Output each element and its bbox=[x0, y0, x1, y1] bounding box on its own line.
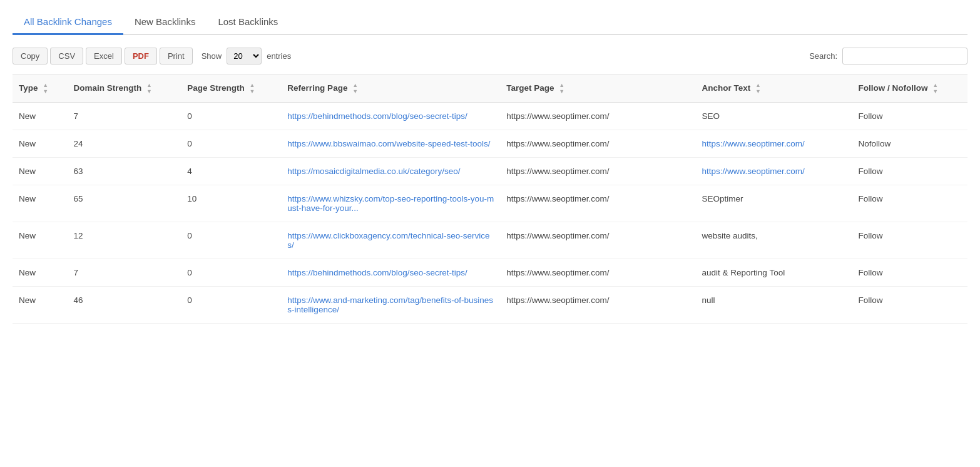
cell-follow: Follow bbox=[852, 259, 967, 287]
cell-referring-page[interactable]: https://www.bbswaimao.com/website-speed-… bbox=[281, 130, 500, 158]
search-input[interactable] bbox=[842, 48, 967, 64]
cell-follow: Follow bbox=[852, 185, 967, 222]
table-row: New 65 10 https://www.whizsky.com/top-se… bbox=[13, 185, 967, 222]
referring-page-link[interactable]: https://www.bbswaimao.com/website-speed-… bbox=[287, 139, 490, 148]
cell-type: New bbox=[13, 287, 67, 324]
table-row: New 7 0 https://behindmethods.com/blog/s… bbox=[13, 103, 967, 130]
col-header-referring-page[interactable]: Referring Page ▲▼ bbox=[281, 75, 500, 103]
search-label: Search: bbox=[809, 51, 837, 61]
col-header-domain-strength[interactable]: Domain Strength ▲▼ bbox=[67, 75, 181, 103]
table-header-row: Type ▲▼ Domain Strength ▲▼ Page Strength… bbox=[13, 75, 967, 103]
referring-page-link[interactable]: https://behindmethods.com/blog/seo-secre… bbox=[287, 268, 467, 277]
cell-target-page: https://www.seoptimer.com/ bbox=[500, 130, 695, 158]
cell-anchor-text: SEO bbox=[696, 103, 852, 130]
cell-referring-page[interactable]: https://www.whizsky.com/top-seo-reportin… bbox=[281, 185, 500, 222]
cell-anchor-text: https://www.seoptimer.com/ bbox=[696, 158, 852, 185]
entries-text: entries bbox=[267, 51, 291, 61]
cell-referring-page[interactable]: https://www.and-marketing.com/tag/benefi… bbox=[281, 287, 500, 324]
print-button[interactable]: Print bbox=[160, 48, 193, 64]
cell-anchor-text: https://www.seoptimer.com/ bbox=[696, 130, 852, 158]
cell-anchor-text: SEOptimer bbox=[696, 185, 852, 222]
cell-follow: Nofollow bbox=[852, 130, 967, 158]
cell-target-page: https://www.seoptimer.com/ bbox=[500, 103, 695, 130]
cell-domain-strength: 46 bbox=[67, 287, 181, 324]
tabs-container: All Backlink Changes New Backlinks Lost … bbox=[13, 10, 967, 35]
table-row: New 46 0 https://www.and-marketing.com/t… bbox=[13, 287, 967, 324]
referring-page-link[interactable]: https://mosaicdigitalmedia.co.uk/categor… bbox=[287, 167, 460, 176]
cell-follow: Follow bbox=[852, 158, 967, 185]
cell-target-page: https://www.seoptimer.com/ bbox=[500, 287, 695, 324]
cell-referring-page[interactable]: https://mosaicdigitalmedia.co.uk/categor… bbox=[281, 158, 500, 185]
cell-domain-strength: 7 bbox=[67, 103, 181, 130]
cell-type: New bbox=[13, 130, 67, 158]
tab-new-backlinks[interactable]: New Backlinks bbox=[123, 10, 207, 35]
cell-page-strength: 4 bbox=[181, 158, 281, 185]
cell-target-page: https://www.seoptimer.com/ bbox=[500, 259, 695, 287]
backlinks-table: Type ▲▼ Domain Strength ▲▼ Page Strength… bbox=[13, 74, 967, 324]
show-label: Show bbox=[202, 51, 222, 61]
cell-anchor-text: website audits, bbox=[696, 222, 852, 259]
col-header-anchor-text[interactable]: Anchor Text ▲▼ bbox=[696, 75, 852, 103]
cell-domain-strength: 63 bbox=[67, 158, 181, 185]
cell-anchor-text: audit & Reporting Tool bbox=[696, 259, 852, 287]
cell-target-page: https://www.seoptimer.com/ bbox=[500, 158, 695, 185]
toolbar: Copy CSV Excel PDF Print Show 20 50 100 … bbox=[13, 48, 967, 64]
copy-button[interactable]: Copy bbox=[13, 48, 48, 64]
referring-page-link[interactable]: https://www.and-marketing.com/tag/benefi… bbox=[287, 295, 493, 314]
table-row: New 24 0 https://www.bbswaimao.com/websi… bbox=[13, 130, 967, 158]
cell-domain-strength: 24 bbox=[67, 130, 181, 158]
anchor-text-link[interactable]: https://www.seoptimer.com/ bbox=[702, 139, 805, 148]
tab-lost-backlinks[interactable]: Lost Backlinks bbox=[207, 10, 289, 35]
col-header-type[interactable]: Type ▲▼ bbox=[13, 75, 67, 103]
search-area: Search: bbox=[809, 48, 967, 64]
cell-domain-strength: 12 bbox=[67, 222, 181, 259]
cell-page-strength: 10 bbox=[181, 185, 281, 222]
cell-referring-page[interactable]: https://behindmethods.com/blog/seo-secre… bbox=[281, 103, 500, 130]
cell-page-strength: 0 bbox=[181, 287, 281, 324]
table-row: New 7 0 https://behindmethods.com/blog/s… bbox=[13, 259, 967, 287]
entries-select[interactable]: 20 50 100 bbox=[227, 48, 262, 64]
cell-follow: Follow bbox=[852, 222, 967, 259]
cell-type: New bbox=[13, 222, 67, 259]
cell-anchor-text: null bbox=[696, 287, 852, 324]
cell-target-page: https://www.seoptimer.com/ bbox=[500, 222, 695, 259]
referring-page-link[interactable]: https://behindmethods.com/blog/seo-secre… bbox=[287, 111, 467, 121]
col-header-page-strength[interactable]: Page Strength ▲▼ bbox=[181, 75, 281, 103]
table-row: New 63 4 https://mosaicdigitalmedia.co.u… bbox=[13, 158, 967, 185]
cell-type: New bbox=[13, 158, 67, 185]
cell-page-strength: 0 bbox=[181, 259, 281, 287]
cell-referring-page[interactable]: https://www.clickboxagency.com/technical… bbox=[281, 222, 500, 259]
cell-domain-strength: 65 bbox=[67, 185, 181, 222]
referring-page-link[interactable]: https://www.whizsky.com/top-seo-reportin… bbox=[287, 194, 494, 213]
cell-page-strength: 0 bbox=[181, 222, 281, 259]
excel-button[interactable]: Excel bbox=[86, 48, 122, 64]
cell-page-strength: 0 bbox=[181, 130, 281, 158]
cell-follow: Follow bbox=[852, 287, 967, 324]
anchor-text-link[interactable]: https://www.seoptimer.com/ bbox=[702, 167, 805, 176]
cell-target-page: https://www.seoptimer.com/ bbox=[500, 185, 695, 222]
tab-all-backlink-changes[interactable]: All Backlink Changes bbox=[13, 10, 123, 35]
cell-domain-strength: 7 bbox=[67, 259, 181, 287]
csv-button[interactable]: CSV bbox=[50, 48, 83, 64]
cell-type: New bbox=[13, 185, 67, 222]
referring-page-link[interactable]: https://www.clickboxagency.com/technical… bbox=[287, 231, 489, 250]
cell-type: New bbox=[13, 103, 67, 130]
cell-referring-page[interactable]: https://behindmethods.com/blog/seo-secre… bbox=[281, 259, 500, 287]
pdf-button[interactable]: PDF bbox=[125, 48, 157, 64]
col-header-target-page[interactable]: Target Page ▲▼ bbox=[500, 75, 695, 103]
table-row: New 12 0 https://www.clickboxagency.com/… bbox=[13, 222, 967, 259]
cell-type: New bbox=[13, 259, 67, 287]
cell-page-strength: 0 bbox=[181, 103, 281, 130]
cell-follow: Follow bbox=[852, 103, 967, 130]
col-header-follow-nofollow[interactable]: Follow / Nofollow ▲▼ bbox=[852, 75, 967, 103]
